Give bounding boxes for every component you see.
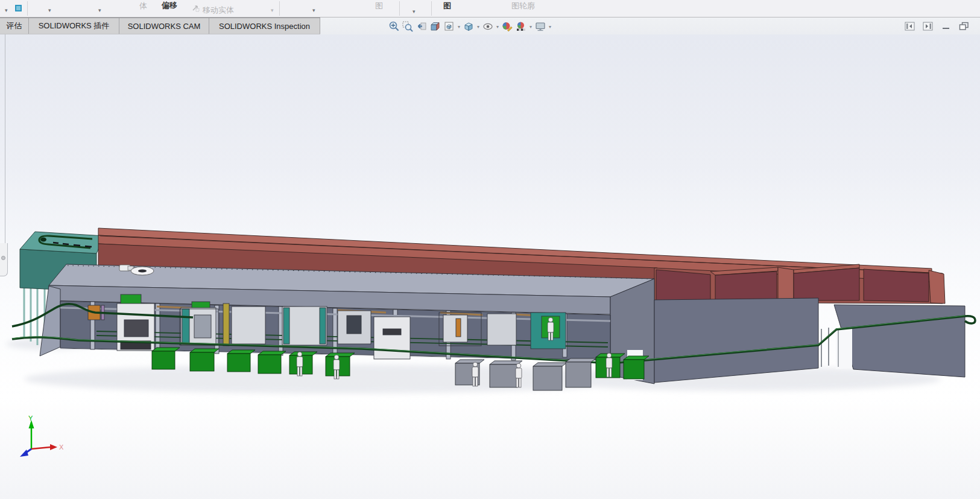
separator [399,1,400,16]
graphics-area[interactable]: Y X [0,34,980,499]
dock-pane-left-button[interactable] [905,22,915,31]
chevron-down-icon[interactable]: ▾ [48,8,51,13]
chevron-down-icon[interactable]: ▾ [271,8,274,13]
chevron-down-icon[interactable]: ▾ [458,24,460,30]
zoom-to-fit-icon[interactable] [388,21,400,33]
tab-solidworks-inspection[interactable]: SOLIDWORKS Inspection [209,18,320,34]
3d-drawing-view-icon[interactable] [443,21,455,33]
ribbon-button-move-entity[interactable]: 移动实体 [203,5,234,16]
separator [279,1,280,16]
ribbon-strip: ▾ ▾ ▾ 体 偏移 移动实体 ▾ ▾ 图 ▾ 图 图轮廓 [0,0,980,17]
hide-show-items-icon[interactable] [482,21,494,33]
chevron-down-icon[interactable]: ▾ [549,24,551,30]
ribbon-button-offset[interactable]: 偏移 [162,0,177,11]
y-axis-label: Y [28,415,33,422]
view-orientation-icon[interactable] [463,21,475,33]
chevron-down-icon[interactable]: ▾ [5,8,8,13]
dock-pane-right-button[interactable] [923,22,933,31]
chevron-down-icon[interactable]: ▾ [496,24,499,30]
tab-solidworks-addins[interactable]: SOLIDWORKS 插件 [29,18,119,34]
chevron-down-icon[interactable]: ▾ [530,24,532,30]
separator [431,1,432,16]
chevron-down-icon[interactable]: ▾ [312,8,315,13]
splitter-handle-dot [1,256,5,260]
tab-evaluate[interactable]: 评估 [0,18,29,34]
rectangle-tool-icon[interactable] [15,5,22,11]
chevron-down-icon[interactable]: ▾ [98,8,101,13]
x-axis-label: X [59,443,64,451]
apply-scene-icon[interactable] [515,21,527,33]
ribbon-label-body: 体 [139,1,147,11]
move-entity-icon [191,4,200,12]
tab-solidworks-cam[interactable]: SOLIDWORKS CAM [119,18,209,34]
restore-button[interactable] [959,22,969,31]
ribbon-label-sketch: 图 [375,1,383,11]
ribbon-button-sketch-picture[interactable]: 图 [443,1,451,11]
headsup-view-toolbar: ▾ ▾ ▾ [388,20,552,33]
separator [27,1,28,16]
perimeter-walls [627,298,965,383]
ribbon-label-sketch-contour: 图轮廓 [511,1,535,11]
model-scene: Y X [0,34,980,499]
tab-area: 评估 SOLIDWORKS 插件 SOLIDWORKS CAM SOLIDWOR… [0,17,320,34]
document-window-controls [905,22,969,31]
view-settings-icon[interactable] [534,21,546,33]
edit-appearance-icon[interactable] [501,21,513,33]
featuremanager-splitter[interactable] [5,34,5,243]
featuremanager-collapsed-tab[interactable] [0,243,8,276]
section-view-icon[interactable] [429,21,441,33]
chevron-down-icon[interactable]: ▾ [477,24,479,30]
minimize-button[interactable] [941,22,951,31]
solidworks-window: ▾ ▾ ▾ 体 偏移 移动实体 ▾ ▾ 图 ▾ 图 图轮廓 评估 SOLIDWO… [0,0,980,499]
chevron-down-icon[interactable]: ▾ [413,9,416,14]
previous-view-icon[interactable] [416,21,428,33]
zoom-to-area-icon[interactable] [402,21,414,33]
